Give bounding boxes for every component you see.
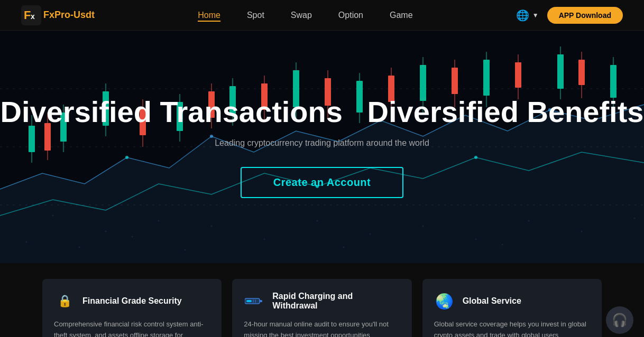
svg-point-67 (581, 231, 583, 232)
card-charging: Rapid Charging and Withdrawal 24-hour ma… (232, 279, 411, 337)
card-global: 🌏 Global Service Global service coverage… (422, 279, 602, 337)
nav-item-home[interactable]: Home (198, 11, 220, 20)
svg-point-58 (79, 247, 80, 248)
svg-point-68 (634, 218, 636, 219)
global-icon: 🌏 (434, 291, 455, 312)
card-charging-title: Rapid Charging and Withdrawal (272, 292, 400, 311)
card-charging-header: Rapid Charging and Withdrawal (244, 291, 400, 312)
logo-text: FxPro-Usdt (43, 10, 95, 21)
globe-icon: 🌐 (516, 9, 529, 22)
card-security-body: Comprehensive financial risk control sys… (54, 319, 210, 337)
nav-item-spot[interactable]: Spot (247, 11, 264, 20)
svg-point-62 (317, 220, 318, 222)
svg-rect-45 (515, 62, 521, 88)
hero-title: Diversified Transactions Diversified Ben… (1, 96, 644, 128)
language-selector[interactable]: 🌐 ▼ (516, 9, 539, 22)
nav-link-spot[interactable]: Spot (247, 11, 264, 20)
svg-text:x: x (31, 12, 35, 21)
card-security: 🔒 Financial Grade Security Comprehensive… (42, 279, 222, 337)
cards-section: 🔒 Financial Grade Security Comprehensive… (0, 263, 644, 337)
svg-point-69 (185, 249, 186, 251)
svg-point-66 (528, 220, 530, 222)
hero-title-line2: Diversified Benefits (367, 95, 644, 128)
svg-point-63 (370, 233, 371, 235)
card-global-body: Global service coverage helps you invest… (434, 319, 590, 337)
nav-links: Home Spot Swap Option Game (198, 11, 412, 20)
hero-title-line1: Diversified Transactions (1, 95, 343, 128)
svg-point-65 (475, 239, 477, 240)
svg-point-60 (211, 226, 213, 227)
charging-icon (244, 291, 265, 312)
create-account-button[interactable]: Create an Account (241, 167, 403, 198)
svg-point-56 (26, 241, 27, 243)
headset-icon: 🎧 (612, 313, 628, 327)
nav-link-home[interactable]: Home (198, 11, 220, 22)
navbar: F x FxPro-Usdt Home Spot Swap Option Gam… (0, 0, 644, 31)
app-download-button[interactable]: APP Download (547, 7, 623, 24)
svg-rect-25 (483, 60, 490, 96)
svg-point-54 (52, 215, 54, 217)
nav-item-option[interactable]: Option (338, 11, 363, 20)
svg-rect-47 (578, 60, 585, 85)
nav-item-game[interactable]: Game (390, 11, 413, 20)
hero-content: Diversified Transactions Diversified Ben… (0, 96, 644, 199)
svg-rect-74 (246, 300, 252, 302)
hero-section: Diversified Transactions Diversified Ben… (0, 31, 644, 263)
svg-point-61 (264, 239, 265, 240)
svg-text:F: F (24, 8, 31, 22)
nav-item-swap[interactable]: Swap (291, 11, 312, 20)
nav-right: 🌐 ▼ APP Download (516, 7, 623, 24)
svg-point-70 (343, 247, 345, 248)
svg-point-57 (158, 220, 160, 222)
nav-link-option[interactable]: Option (338, 11, 363, 20)
nav-link-game[interactable]: Game (390, 11, 413, 20)
chevron-down-icon: ▼ (532, 12, 539, 19)
svg-point-71 (502, 244, 503, 246)
svg-rect-27 (557, 54, 564, 89)
hero-subtitle: Leading cryptocurrency trading platform … (1, 138, 644, 148)
logo-icon: F x (21, 5, 41, 25)
card-security-title: Financial Grade Security (82, 296, 182, 306)
logo[interactable]: F x FxPro-Usdt (21, 5, 95, 25)
support-fab-button[interactable]: 🎧 (606, 306, 633, 334)
svg-rect-29 (610, 65, 617, 98)
card-global-header: 🌏 Global Service (434, 291, 590, 312)
svg-point-64 (422, 226, 424, 227)
nav-link-swap[interactable]: Swap (291, 11, 312, 20)
card-charging-body: 24-hour manual online audit to ensure yo… (244, 319, 400, 337)
card-global-title: Global Service (463, 296, 521, 306)
svg-rect-43 (452, 68, 458, 94)
card-security-header: 🔒 Financial Grade Security (54, 291, 210, 312)
security-icon: 🔒 (54, 291, 75, 312)
svg-point-55 (105, 231, 107, 232)
svg-point-59 (132, 236, 133, 238)
svg-rect-73 (260, 300, 262, 302)
